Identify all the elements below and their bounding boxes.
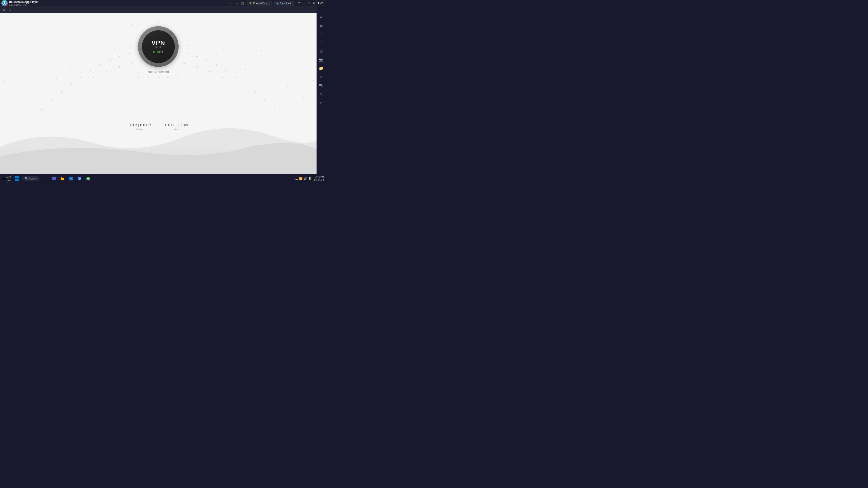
minimize-button[interactable]: ‒ [302,1,306,5]
weather-text: 59°F Haze [6,175,12,182]
restore-button[interactable]: □ [307,1,311,5]
tray-volume-icon[interactable]: 🔊 [303,177,307,181]
svg-text:◈: ◈ [70,178,72,180]
send-label: send [165,128,188,131]
svg-point-37 [255,66,255,67]
clock-time: 3:45 PM [314,175,324,178]
sidebar-multi-btn[interactable]: ⊞ [317,47,325,55]
bluestacks-logo [1,0,8,6]
taskbar-store-icon[interactable]: ◈ [67,174,75,183]
home-nav-button[interactable]: ⌂ [234,1,239,6]
vpn-stats: 0.0 B | 0.0 B/s recived 0.0 B | 0.0 B/s … [122,123,194,133]
sidebar-screenshot-btn[interactable]: 📷 [317,56,325,64]
gem-icon: ◈ [277,2,279,5]
svg-point-2 [167,77,169,78]
svg-point-64 [3,80,4,81]
vpn-subtitle: Kill [155,46,161,49]
taskbar-clock[interactable]: 3:45 PM 1/18/2023 [314,175,324,182]
sidebar-macro-btn[interactable]: ⊙ [317,90,325,98]
svg-point-70 [196,66,198,68]
reward-center-label: Reward Center [253,2,270,4]
svg-point-74 [132,63,133,64]
svg-text:BS: BS [87,178,89,180]
play-win-label: Play & Win [280,2,292,4]
svg-point-28 [61,91,62,93]
svg-point-45 [77,57,78,58]
start-button[interactable] [12,174,22,183]
search-label: Search [29,177,37,180]
taskbar-app-icons: ⊡ T ◈ BS [41,174,92,183]
tray-network-icon[interactable]: ☁ [295,177,298,181]
taskbar-explorer-icon[interactable] [58,174,66,183]
warning-icon-button[interactable]: ⚠ [2,7,6,12]
close-button[interactable]: ✕ [312,1,316,5]
taskbar-teams-icon[interactable]: T [50,174,58,183]
svg-point-22 [255,91,256,93]
weather-widget[interactable]: 🌤 59°F Haze [1,175,12,182]
tab-nav-button[interactable]: ▢ [240,1,245,6]
svg-point-59 [132,24,133,25]
tray-chevron-icon[interactable]: ^ [292,177,294,181]
svg-point-36 [239,57,240,58]
sidebar-resize-btn[interactable]: ↕ [317,30,325,38]
svg-point-99 [79,178,80,179]
sidebar-menu-btn[interactable]: ☰ [317,21,325,29]
bottom-gradient [0,147,316,174]
svg-point-29 [51,100,53,101]
tray-wifi-icon[interactable]: 📶 [299,177,303,181]
taskbar-search[interactable]: 🔍 Search [22,176,39,181]
svg-point-23 [264,100,266,101]
weather-icon: 🌤 [1,176,5,181]
svg-point-52 [209,30,210,31]
win-logo-tl [15,176,17,178]
receive-stat: 0.0 B | 0.0 B/s recived [122,123,158,131]
svg-point-76 [106,71,107,72]
weather-condition: Haze [6,178,12,182]
svg-point-61 [80,39,81,39]
svg-point-69 [183,63,185,64]
svg-point-62 [55,50,55,51]
vpn-start-button[interactable]: VPN Kill START [142,30,175,63]
svg-point-19 [225,70,227,71]
weather-temp: 59°F [6,175,12,178]
svg-point-34 [206,43,207,44]
app-name-block: BlueStacks App Player 5.10.0.1085 N32 [9,0,229,6]
sidebar-edit-btn[interactable]: ✏ [317,73,325,81]
vpn-start-label: START [153,50,163,53]
sidebar-files-btn[interactable]: 📁 [317,64,325,72]
svg-point-85 [259,78,260,79]
svg-point-55 [287,64,288,65]
win-logo-bl [15,179,17,181]
clock-date: 1/18/2023 [314,178,324,182]
taskbar-chrome-icon[interactable] [75,174,84,183]
info-icon-button[interactable]: ℹ [8,7,12,12]
taskbar-widgets-icon[interactable]: ⊡ [41,174,49,183]
sidebar-favorite-btn[interactable]: ♡ [317,38,325,46]
svg-point-47 [45,75,46,76]
vpn-title: VPN [152,40,165,46]
svg-point-77 [93,77,94,78]
taskbar-bluestacks-icon[interactable]: BS [84,174,92,183]
back-nav-button[interactable]: ← [229,1,234,6]
win-logo-tr [17,176,19,178]
tray-battery-icon[interactable]: 🔋 [308,177,312,181]
sidebar-back-btn[interactable]: ↩ [317,99,325,107]
svg-point-81 [202,49,203,50]
help-button[interactable]: ? [297,1,301,5]
sidebar-settings-btn[interactable]: ⚙ [317,13,325,21]
window-controls: ? ‒ □ ✕ [297,1,316,5]
svg-point-89 [100,55,101,55]
send-value: 0.0 B | 0.0 B/s [165,123,188,127]
receive-label: recived [129,128,151,131]
svg-point-44 [93,50,94,51]
svg-point-33 [190,39,191,39]
sidebar-zoom-btn[interactable]: 🔍 [317,82,325,90]
svg-point-11 [206,60,207,61]
svg-point-21 [245,84,246,85]
svg-point-49 [12,97,13,98]
svg-point-50 [158,22,159,23]
play-win-button[interactable]: ◈ Play & Win [274,1,294,6]
reward-center-button[interactable]: ♛ Reward Center [247,1,272,6]
system-tray: ^ ☁ 📶 🔊 🔋 3:45 PM 1/18/2023 [292,175,326,182]
vpn-app-background: VPN Kill START Not Connected 0.0 B | 0.0… [0,13,316,174]
